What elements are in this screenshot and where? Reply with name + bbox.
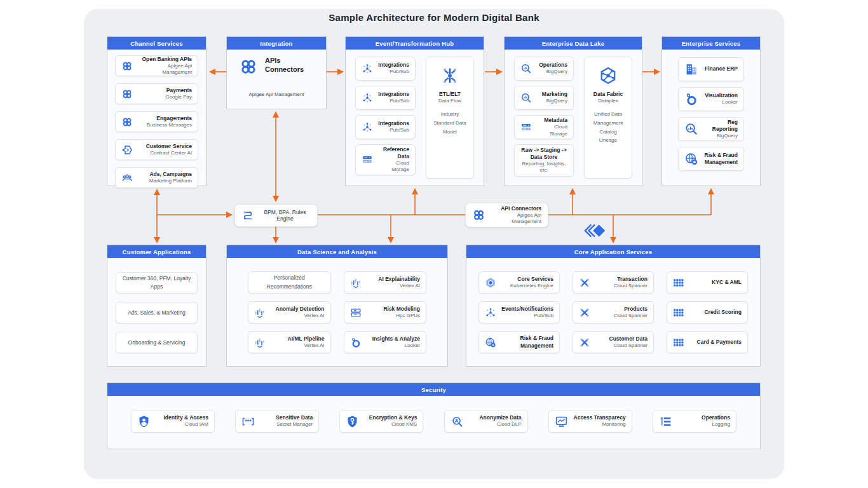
- globe-plus-icon: [485, 337, 496, 348]
- vertex-icon: [254, 337, 266, 348]
- card-title: Integrations: [377, 62, 409, 69]
- contact-center-ai-icon: [121, 144, 133, 156]
- spanner-icon: [579, 337, 590, 348]
- card-title: Visualization: [702, 92, 738, 99]
- gpu-icon: [350, 307, 362, 318]
- card: Raw -> Staging -> Data StoreReporting, I…: [514, 144, 574, 177]
- card-title: Risk Modeling: [365, 306, 421, 313]
- architecture-diagram: Sample Architecture for Modern Digital B…: [0, 0, 868, 488]
- card-subtitle: Cloud IAM: [154, 421, 208, 428]
- card-title: Events/Notifications: [500, 306, 553, 313]
- bpm-label: BPM, BPA, Rules Engine: [259, 209, 311, 222]
- card-subtitle: Cloud DLP: [468, 421, 522, 428]
- dlp-icon: [451, 415, 464, 428]
- card: OperationsLogging: [653, 410, 736, 433]
- card-subtitle: Cloud Spanner: [594, 313, 648, 319]
- card-title: Insights & Analyze: [365, 336, 421, 342]
- card-lines: IndustryStandard DataModel: [433, 110, 466, 136]
- card-subtitle: Vertex AI: [269, 313, 325, 319]
- card: Risk & Fraud Management: [478, 331, 560, 353]
- spanner-icon: [579, 277, 590, 288]
- security-cards: Identity & AccessCloud IAM***Sensitive D…: [107, 396, 760, 447]
- card-title: Integrations: [377, 120, 409, 127]
- storage-icon: [520, 121, 532, 133]
- section-customer-applications: Customer Applications Customer 360, PFM,…: [107, 245, 207, 367]
- card-title: Engagements: [137, 115, 192, 122]
- card-title: Credit Scoring: [688, 309, 742, 316]
- card-title: Risk & Fraud Management: [702, 152, 738, 166]
- card-subtitle: Pub/Sub: [377, 127, 409, 133]
- api-connectors-card: API Connectors Apigee Api Management: [465, 203, 548, 227]
- section-header: Customer Applications: [107, 245, 206, 258]
- card-subtitle: Contract Center AI: [137, 150, 192, 156]
- card-title: Anomaly Detection: [269, 306, 325, 313]
- card: KYC & AML: [667, 271, 748, 294]
- card: Core ServicesKubernetes Engine: [478, 271, 560, 294]
- card: Anomaly DetectionVertex AI: [248, 301, 331, 323]
- card: Insights & AnalyzeLooker: [344, 331, 427, 353]
- card-title: Metadata: [536, 117, 567, 124]
- bigquery-icon: [684, 122, 698, 136]
- card: Anonymize DataCloud DLP: [444, 410, 528, 433]
- card-subtitle: Google Pay: [137, 94, 192, 100]
- card-subtitle: Looker: [702, 99, 738, 105]
- card: Personalized Recommendations: [248, 271, 331, 294]
- section-header: Channel Services: [107, 37, 206, 50]
- card: Open Banking APIsApigee Api Management: [115, 55, 198, 76]
- card: IntegrationsPub/Sub: [355, 86, 416, 110]
- grid-icon: [673, 307, 684, 318]
- card-title: Products: [594, 306, 648, 313]
- api-card-subtitle: Apigee Api Management: [489, 212, 541, 226]
- looker-icon: [350, 337, 362, 348]
- card-subtitle: Looker: [365, 342, 421, 349]
- card-text: Onboarding & Servicing: [128, 339, 186, 347]
- dataplex-icon: [599, 66, 618, 85]
- page-title: Sample Architecture for Modern Digital B…: [0, 12, 868, 23]
- apigee-icon: [239, 57, 258, 76]
- card-subtitle: Pub/Sub: [377, 98, 409, 104]
- section-security: Security Identity & AccessCloud IAM***Se…: [107, 383, 761, 449]
- card: Onboarding & Servicing: [116, 332, 198, 353]
- card-lines: Unified DataManagementCatalogLineage: [593, 110, 623, 144]
- card: Credit Scoring: [667, 301, 748, 323]
- card: Finance ERP: [678, 57, 744, 81]
- bpm-rules-engine-card: BPM, BPA, Rules Engine: [234, 204, 318, 227]
- apigee-icon: [472, 208, 485, 222]
- channel-services-cards: Open Banking APIsApigee Api ManagementPa…: [107, 50, 206, 194]
- card: Identity & AccessCloud IAM: [131, 410, 215, 433]
- card-subtitle: Hpc GPUs: [365, 313, 421, 319]
- card: IntegrationsPub/Sub: [355, 57, 416, 81]
- bigquery-icon: [520, 92, 532, 104]
- card-title: Marketing: [536, 91, 567, 98]
- card: AI/ML PipelineVertex AI: [248, 331, 331, 353]
- vertex-icon: [254, 307, 266, 318]
- api-card-title: API Connectors: [489, 205, 541, 212]
- section-enterprise-services: Enterprise Services Finance ERPVisualiza…: [661, 36, 761, 186]
- gke-icon: [485, 277, 496, 288]
- svg-text:***: ***: [245, 418, 252, 424]
- card-title: KYC & AML: [688, 279, 742, 286]
- card-subtitle: Cloud Storage: [377, 160, 409, 173]
- section-header: Core Application Services: [466, 245, 760, 258]
- card-subtitle: Marketing Platform: [137, 178, 192, 184]
- section-header: Data Science and Analysis: [227, 245, 447, 258]
- card-line: Unified Data: [593, 110, 623, 119]
- card-title: Risk & Fraud Management: [500, 335, 553, 349]
- section-header: Integration: [227, 37, 326, 50]
- card-subtitle: Pub/Sub: [377, 69, 409, 75]
- card-line: Industry: [433, 110, 466, 119]
- marketing-platform-icon: [121, 172, 133, 184]
- enterprise-services-cards: Finance ERPVisualizationLookerReg Report…: [662, 50, 760, 179]
- card-title: Reference Data: [377, 146, 409, 160]
- lake-side-card: Data FabricDataplexUnified DataManagemen…: [584, 57, 632, 179]
- card: Reg ReportingBigQuery: [678, 117, 744, 141]
- card-subtitle: Cloud Storage: [536, 124, 567, 137]
- card-line: Standard Data: [433, 119, 466, 128]
- bigquery-icon: [520, 63, 532, 74]
- section-header: Event/Transformation Hub: [346, 37, 484, 50]
- card-text: Personalized Recommendations: [254, 274, 325, 290]
- card: IntegrationsPub/Sub: [355, 115, 416, 139]
- looker-icon: [684, 92, 698, 106]
- storage-icon: [362, 154, 373, 165]
- card-title: Operations: [536, 62, 567, 69]
